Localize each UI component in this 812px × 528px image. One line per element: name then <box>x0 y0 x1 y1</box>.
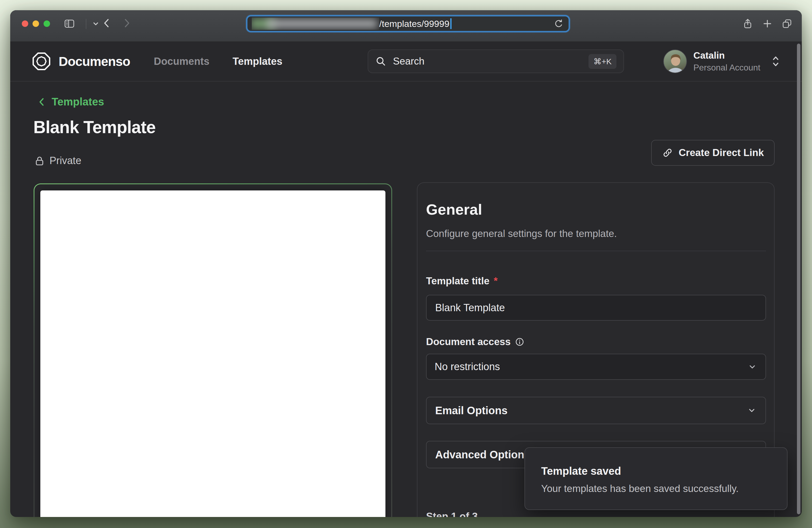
tab-overview-icon[interactable] <box>781 18 793 30</box>
account-type: Personal Account <box>693 63 760 73</box>
reload-icon[interactable] <box>553 18 564 29</box>
info-icon[interactable] <box>515 337 524 347</box>
create-direct-link-button[interactable]: Create Direct Link <box>651 140 774 166</box>
search-box[interactable]: ⌘+K <box>368 49 624 73</box>
brand[interactable]: Documenso <box>31 51 130 72</box>
search-shortcut-badge: ⌘+K <box>589 54 617 69</box>
chevron-down-icon <box>747 362 757 372</box>
template-title-label: Template title * <box>426 276 497 287</box>
blank-document-page <box>40 190 386 517</box>
email-options-label: Email Options <box>435 405 508 417</box>
document-access-select[interactable]: No restrictions <box>426 354 766 380</box>
close-window-button[interactable] <box>22 20 28 27</box>
breadcrumb-back-link[interactable]: Templates <box>37 96 104 108</box>
toast-title: Template saved <box>541 465 771 477</box>
document-preview-card <box>34 184 392 517</box>
back-button[interactable] <box>101 17 113 29</box>
advanced-options-label: Advanced Options <box>435 449 530 461</box>
main-nav: Documents Templates <box>154 56 282 67</box>
account-name: Catalin <box>693 50 760 61</box>
toast-notification: Template saved Your templates has been s… <box>524 447 787 510</box>
chevron-down-icon <box>746 405 757 415</box>
chevrons-up-down-icon <box>771 54 781 69</box>
sidebar-toggle-icon[interactable] <box>63 18 75 30</box>
address-bar[interactable]: /templates/99999 <box>246 15 570 32</box>
account-menu[interactable]: Catalin Personal Account <box>663 49 781 73</box>
new-tab-plus-icon[interactable] <box>762 18 773 30</box>
documenso-seal-icon <box>31 51 52 72</box>
required-asterisk: * <box>494 276 497 287</box>
chrome-separator <box>86 19 86 29</box>
chevron-left-icon <box>37 97 46 107</box>
forward-button[interactable] <box>120 17 132 29</box>
toast-message: Your templates has been saved successful… <box>541 483 771 494</box>
url-path-text: /templates/99999 <box>379 18 449 29</box>
document-access-value: No restrictions <box>435 361 500 372</box>
document-access-label: Document access <box>426 336 524 348</box>
page-title: Blank Template <box>33 117 156 137</box>
template-title-input[interactable] <box>426 295 766 321</box>
share-icon[interactable] <box>742 18 754 30</box>
avatar <box>663 49 687 73</box>
panel-subtitle: Configure general settings for the templ… <box>426 228 617 239</box>
minimize-window-button[interactable] <box>32 20 39 27</box>
scrollbar-thumb[interactable] <box>797 44 800 514</box>
nav-item-templates[interactable]: Templates <box>233 56 282 67</box>
visibility-label: Private <box>49 155 81 166</box>
blurred-domain <box>252 17 379 30</box>
panel-title: General <box>426 201 482 218</box>
nav-item-documents[interactable]: Documents <box>154 56 209 67</box>
panel-divider <box>426 251 766 251</box>
visibility-badge: Private <box>34 155 81 166</box>
link-icon <box>662 147 673 158</box>
lock-icon <box>34 155 45 166</box>
create-direct-link-label: Create Direct Link <box>679 147 764 158</box>
step-indicator: Step 1 of 3 <box>426 511 478 517</box>
sidebar-chevron-down-icon[interactable] <box>90 18 102 30</box>
zoom-window-button[interactable] <box>44 20 50 27</box>
app-header: Documenso Documents Templates ⌘+K <box>10 42 802 82</box>
brand-name: Documenso <box>59 54 130 69</box>
email-options-toggle[interactable]: Email Options <box>426 397 766 424</box>
search-input[interactable] <box>393 56 582 67</box>
browser-chrome: /templates/99999 <box>10 10 802 42</box>
browser-window: /templates/99999 <box>10 10 802 517</box>
text-caret <box>450 18 452 29</box>
breadcrumb-label: Templates <box>52 96 104 108</box>
magnifier-icon <box>375 56 387 67</box>
